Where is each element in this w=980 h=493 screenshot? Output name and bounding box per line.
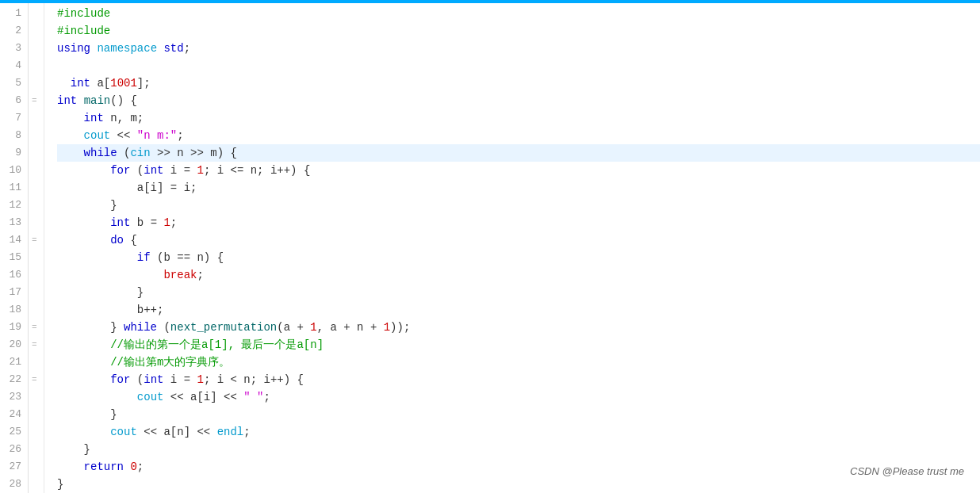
line-number: 1 <box>0 5 28 22</box>
line-number: 5 <box>0 75 28 92</box>
line-number: 7 <box>0 109 28 127</box>
line-number: 17 <box>0 284 28 301</box>
line-number: 23 <box>0 388 28 406</box>
line-number: 6 <box>0 92 28 109</box>
code-line: b++; <box>57 301 980 319</box>
code-line: //输出的第一个是a[1], 最后一个是a[n] <box>57 336 980 354</box>
line-number: 21 <box>0 354 28 371</box>
line-number: 27 <box>0 458 28 476</box>
code-line: //输出第m大的字典序。 <box>57 354 980 371</box>
gutter-mark: = <box>32 319 37 336</box>
line-number: 9 <box>0 144 28 162</box>
line-number: 15 <box>0 249 28 266</box>
code-line: for (int i = 1; i < n; i++) { <box>57 371 980 388</box>
code-line: } <box>57 441 980 458</box>
line-number: 14 <box>0 231 28 249</box>
code-line: #include <box>57 5 980 22</box>
gutter-mark: = <box>32 371 37 388</box>
code-line: int n, m; <box>57 109 980 127</box>
line-number: 12 <box>0 197 28 214</box>
line-number: 10 <box>0 162 28 179</box>
gutter: ===== <box>29 3 44 493</box>
line-number: 13 <box>0 214 28 231</box>
code-line: } <box>57 197 980 214</box>
line-number: 3 <box>0 40 28 57</box>
code-line: #include <box>57 22 980 40</box>
line-number: 8 <box>0 127 28 144</box>
code-container: 1234567891011121314151617181920212223242… <box>0 0 980 493</box>
code-line: } <box>57 476 980 493</box>
code-line: do { <box>57 231 980 249</box>
code-line: cout << "n m:"; <box>57 127 980 144</box>
watermark: CSDN @Please trust me <box>850 463 964 480</box>
code-line: for (int i = 1; i <= n; i++) { <box>57 162 980 179</box>
code-line <box>57 57 980 75</box>
gutter-mark: = <box>32 92 37 109</box>
line-number: 19 <box>0 319 28 336</box>
code-content[interactable]: #include#includeusing namespace std; int… <box>44 3 980 493</box>
gutter-mark: = <box>32 336 37 354</box>
code-line: break; <box>57 266 980 284</box>
line-numbers: 1234567891011121314151617181920212223242… <box>0 3 29 493</box>
code-line: int b = 1; <box>57 214 980 231</box>
line-number: 28 <box>0 476 28 493</box>
code-line: while (cin >> n >> m) { <box>57 144 980 162</box>
code-line: using namespace std; <box>57 40 980 57</box>
code-area: 1234567891011121314151617181920212223242… <box>0 3 980 493</box>
line-number: 22 <box>0 371 28 388</box>
line-number: 26 <box>0 441 28 458</box>
gutter-mark: = <box>32 231 37 249</box>
code-line: int main() { <box>57 92 980 109</box>
code-line: int a[1001]; <box>57 75 980 92</box>
code-line: cout << a[n] << endl; <box>57 423 980 441</box>
code-line: cout << a[i] << " "; <box>57 388 980 406</box>
line-number: 18 <box>0 301 28 319</box>
code-line: } <box>57 284 980 301</box>
line-number: 2 <box>0 22 28 40</box>
line-number: 20 <box>0 336 28 354</box>
line-number: 24 <box>0 406 28 423</box>
code-line: } <box>57 406 980 423</box>
code-line: if (b == n) { <box>57 249 980 266</box>
line-number: 4 <box>0 57 28 75</box>
code-line: return 0; <box>57 458 980 476</box>
line-number: 16 <box>0 266 28 284</box>
line-number: 25 <box>0 423 28 441</box>
code-line: } while (next_permutation(a + 1, a + n +… <box>57 319 980 336</box>
code-line: a[i] = i; <box>57 179 980 197</box>
line-number: 11 <box>0 179 28 197</box>
